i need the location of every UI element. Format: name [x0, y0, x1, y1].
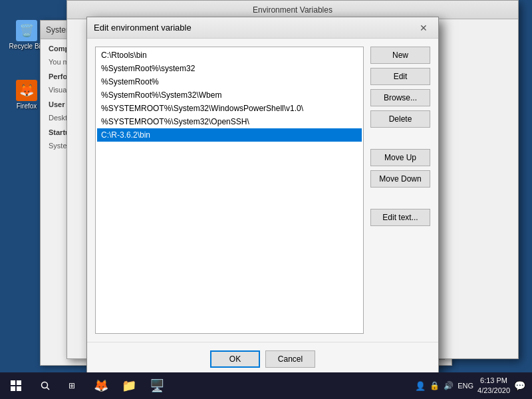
listbox-item-4[interactable]: %SYSTEMROOT%\System32\WindowsPowerShell\… [97, 102, 362, 115]
new-button[interactable]: New [370, 47, 430, 64]
taskbar-network-icon: 🔒 [430, 381, 440, 390]
button-spacer-1 [370, 132, 430, 145]
edit-button[interactable]: Edit [370, 68, 430, 85]
move-down-button[interactable]: Move Down [370, 170, 430, 188]
listbox-item-3[interactable]: %SystemRoot%\System32\Wbem [97, 88, 362, 102]
taskbar-right: 👤 🔒 🔊 ENG 6:13 PM 4/23/2020 💬 [415, 376, 532, 396]
listbox-item-2[interactable]: %SystemRoot% [97, 75, 362, 88]
browse-button[interactable]: Browse... [370, 89, 430, 106]
taskbar-lang: ENG [458, 382, 473, 390]
move-up-button[interactable]: Move Up [370, 149, 430, 166]
dialog-buttons-panel: New Edit Browse... Delete Move Up Move D… [370, 47, 430, 334]
taskbar-app-firefox[interactable]: 🦊 [88, 372, 114, 399]
listbox-item-0[interactable]: C:\Rtools\bin [97, 49, 362, 62]
listbox-item-5[interactable]: %SYSTEMROOT%\System32\OpenSSH\ [97, 115, 362, 128]
taskbar-search-button[interactable] [32, 372, 59, 399]
recycle-bin-label: Recycle Bin [9, 43, 45, 50]
button-spacer-2 [370, 192, 430, 205]
taskbar-date: 4/23/2020 [477, 386, 510, 396]
task-view-button[interactable]: ⊞ [59, 372, 85, 399]
dialog-titlebar: Edit environment variable ✕ [87, 17, 438, 39]
svg-line-1 [47, 388, 50, 390]
dialog-close-button[interactable]: ✕ [416, 20, 432, 36]
taskbar-notification-icon[interactable]: 💬 [514, 380, 525, 391]
delete-button[interactable]: Delete [370, 110, 430, 128]
taskbar-app-files[interactable]: 📁 [116, 372, 142, 399]
taskbar-user-icon: 👤 [415, 381, 426, 391]
start-button[interactable] [0, 372, 32, 399]
svg-point-0 [42, 382, 48, 388]
start-icon [11, 380, 21, 391]
firefox-label: Firefox [17, 102, 37, 110]
edit-text-button[interactable]: Edit text... [370, 209, 430, 226]
taskbar-time: 6:13 PM [477, 376, 510, 386]
path-listbox[interactable]: C:\Rtools\bin %SystemRoot%\system32 %Sys… [95, 47, 364, 334]
env-vars-title: Environment Variables [72, 5, 513, 15]
taskbar-apps: 🦊 📁 🖥️ [88, 372, 170, 399]
taskbar-volume-icon: 🔊 [444, 381, 454, 390]
taskbar: ⊞ 🦊 📁 🖥️ 👤 🔒 🔊 ENG 6:13 PM 4/23/2020 💬 [0, 372, 532, 399]
recycle-bin-image: 🗑️ [16, 20, 37, 41]
ok-button[interactable]: OK [210, 350, 260, 368]
desktop: 🗑️ Recycle Bin 🦊 Firefox System Prop... … [0, 0, 532, 399]
listbox-item-1[interactable]: %SystemRoot%\system32 [97, 62, 362, 75]
firefox-image: 🦊 [16, 80, 37, 101]
listbox-item-6[interactable]: C:\R-3.6.2\bin [97, 128, 362, 142]
dialog-footer: OK Cancel [87, 342, 438, 375]
cancel-button[interactable]: Cancel [265, 350, 315, 368]
taskbar-app-monitor[interactable]: 🖥️ [144, 372, 170, 399]
dialog-body: C:\Rtools\bin %SystemRoot%\system32 %Sys… [87, 39, 438, 342]
edit-env-dialog: Edit environment variable ✕ C:\Rtools\bi… [86, 17, 439, 376]
dialog-title-text: Edit environment variable [94, 23, 416, 33]
taskbar-clock: 6:13 PM 4/23/2020 [477, 376, 510, 396]
